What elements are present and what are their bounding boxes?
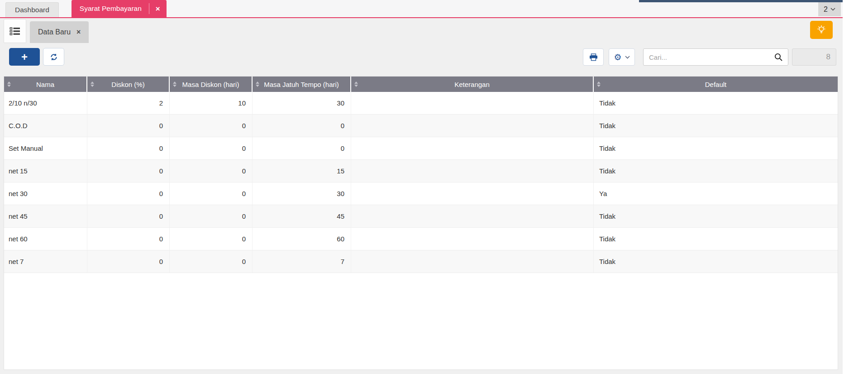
refresh-icon <box>50 53 58 61</box>
table-header-row: Nama Diskon (%) Masa Diskon (hari) Masa … <box>4 77 838 92</box>
sort-arrows-icon <box>173 82 176 87</box>
top-navy-strip <box>639 0 843 2</box>
cell-diskon: 0 <box>87 250 170 273</box>
cell-diskon: 0 <box>87 228 170 250</box>
table-row[interactable]: net 7 0 0 7 Tidak <box>4 250 838 273</box>
sort-arrows-icon <box>256 82 259 87</box>
table-row[interactable]: net 45 0 0 45 Tidak <box>4 205 838 228</box>
cell-masa-diskon: 0 <box>170 160 253 182</box>
gear-icon: ⚙ <box>614 53 621 62</box>
search-box <box>643 48 788 66</box>
printer-icon <box>589 53 598 61</box>
column-label: Masa Diskon (hari) <box>182 81 239 88</box>
table-row[interactable]: 2/10 n/30 2 10 30 Tidak <box>4 92 838 115</box>
cell-masa-diskon: 0 <box>170 182 253 205</box>
app-main-area: Dashboard Syarat Pembayaran × 2 <box>0 0 843 374</box>
cell-masa-jatuh-tempo: 0 <box>253 137 351 159</box>
cell-masa-diskon: 0 <box>170 228 253 250</box>
close-icon[interactable]: × <box>76 29 81 36</box>
cell-keterangan <box>351 92 594 114</box>
settings-dropdown-button[interactable]: ⚙ <box>609 48 635 66</box>
table-row[interactable]: net 60 0 0 60 Tidak <box>4 228 838 250</box>
cell-diskon: 0 <box>87 115 170 137</box>
cell-nama: 2/10 n/30 <box>4 92 87 114</box>
cell-masa-jatuh-tempo: 30 <box>253 182 351 205</box>
cell-diskon: 0 <box>87 160 170 182</box>
cell-keterangan <box>351 182 594 205</box>
cell-nama: net 15 <box>4 160 87 182</box>
column-header-diskon[interactable]: Diskon (%) <box>87 77 170 92</box>
hint-lightbulb-button[interactable] <box>810 21 833 39</box>
cell-diskon: 2 <box>87 92 170 114</box>
cell-masa-diskon: 0 <box>170 137 253 159</box>
cell-default: Tidak <box>594 115 838 137</box>
sort-arrows-icon <box>7 82 11 87</box>
close-icon[interactable]: × <box>149 5 167 13</box>
cell-diskon: 0 <box>87 137 170 159</box>
cell-nama: net 60 <box>4 228 87 250</box>
cell-masa-diskon: 0 <box>170 115 253 137</box>
column-header-masa-diskon[interactable]: Masa Diskon (hari) <box>170 77 253 92</box>
tab-data-baru[interactable]: Data Baru × <box>30 21 89 43</box>
table-row[interactable]: net 30 0 0 30 Ya <box>4 182 838 205</box>
column-label: Diskon (%) <box>111 81 144 88</box>
app-window: Dashboard Syarat Pembayaran × 2 <box>0 0 868 374</box>
chevron-down-icon <box>625 56 630 59</box>
cell-masa-jatuh-tempo: 15 <box>253 160 351 182</box>
cell-default: Tidak <box>594 160 838 182</box>
cell-default: Tidak <box>594 92 838 114</box>
cell-default: Tidak <box>594 228 838 250</box>
table-row[interactable]: Set Manual 0 0 0 Tidak <box>4 137 838 160</box>
column-label: Keterangan <box>454 81 490 88</box>
print-button[interactable] <box>583 48 604 66</box>
subtab-label: Data Baru <box>38 28 71 36</box>
browser-count-dropdown[interactable]: 2 <box>818 2 841 16</box>
cell-masa-jatuh-tempo: 0 <box>253 115 351 137</box>
cell-masa-jatuh-tempo: 60 <box>253 228 351 250</box>
cell-nama: net 30 <box>4 182 87 205</box>
cell-default: Tidak <box>594 205 838 227</box>
cell-diskon: 0 <box>87 205 170 227</box>
tab-label: Syarat Pembayaran <box>72 5 149 13</box>
list-icon <box>10 27 20 36</box>
sort-arrows-icon <box>91 82 94 87</box>
cell-default: Tidak <box>594 137 838 159</box>
search-input[interactable] <box>644 49 788 65</box>
sort-arrows-icon <box>597 82 601 87</box>
cell-diskon: 0 <box>87 182 170 205</box>
column-label: Default <box>705 81 727 88</box>
cell-masa-jatuh-tempo: 45 <box>253 205 351 227</box>
cell-keterangan <box>351 205 594 227</box>
sub-tab-bar: Data Baru × <box>0 18 843 43</box>
table-body: 2/10 n/30 2 10 30 Tidak C.O.D 0 0 0 Tida… <box>4 92 838 273</box>
column-header-keterangan[interactable]: Keterangan <box>351 77 594 92</box>
menu-list-button[interactable] <box>4 19 26 43</box>
table-panel: Nama Diskon (%) Masa Diskon (hari) Masa … <box>4 76 838 370</box>
cell-nama: C.O.D <box>4 115 87 137</box>
cell-nama: net 7 <box>4 250 87 273</box>
cell-keterangan <box>351 228 594 250</box>
add-button[interactable]: + <box>9 48 40 66</box>
tab-syarat-pembayaran[interactable]: Syarat Pembayaran × <box>72 0 167 17</box>
cell-masa-diskon: 10 <box>170 92 253 114</box>
cell-masa-diskon: 0 <box>170 250 253 273</box>
main-tab-bar: Dashboard Syarat Pembayaran × <box>0 0 843 18</box>
sort-arrows-icon <box>354 82 358 87</box>
refresh-button[interactable] <box>43 48 64 66</box>
lightbulb-icon <box>816 24 826 35</box>
cell-masa-diskon: 0 <box>170 205 253 227</box>
column-header-default[interactable]: Default <box>594 77 838 92</box>
cell-keterangan <box>351 250 594 273</box>
column-header-masa-jatuh-tempo[interactable]: Masa Jatuh Tempo (hari) <box>253 77 351 92</box>
tab-dashboard[interactable]: Dashboard <box>5 2 59 17</box>
column-header-nama[interactable]: Nama <box>4 77 87 92</box>
dropdown-value: 2 <box>824 5 828 14</box>
cell-default: Tidak <box>594 250 838 273</box>
table-row[interactable]: net 15 0 0 15 Tidak <box>4 160 838 182</box>
record-count: 8 <box>826 53 830 62</box>
cell-nama: Set Manual <box>4 137 87 159</box>
cell-keterangan <box>351 160 594 182</box>
search-icon <box>774 53 783 62</box>
cell-masa-jatuh-tempo: 7 <box>253 250 351 273</box>
table-row[interactable]: C.O.D 0 0 0 Tidak <box>4 115 838 137</box>
